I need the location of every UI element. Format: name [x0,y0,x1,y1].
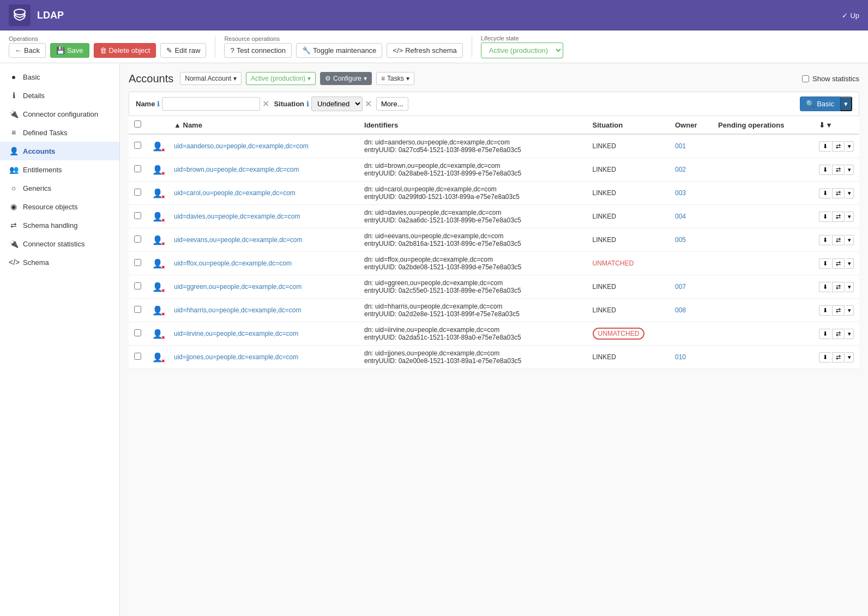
row-checkbox[interactable] [134,306,141,313]
transfer-button[interactable]: ⇄ [832,329,845,339]
active-production-dropdown[interactable]: Active (production) ▾ [246,72,316,85]
sidebar-item-defined-tasks[interactable]: ≡ Defined Tasks [0,123,119,142]
toggle-maintenance-button[interactable]: 🔧 Toggle maintenance [296,43,382,58]
account-name-link[interactable]: uid=hharris,ou=people,dc=example,dc=com [174,306,301,314]
name-clear-button[interactable]: ✕ [262,99,269,109]
sidebar-item-entitlements[interactable]: 👥 Entitlements [0,160,119,179]
transfer-button[interactable]: ⇄ [832,352,845,363]
name-search-input[interactable] [162,97,260,111]
row-owner-cell: 010 [670,346,713,369]
row-icon-cell: 👤 ✖ [147,252,168,275]
row-checkbox[interactable] [134,189,141,196]
account-name-link[interactable]: uid=jjones,ou=people,dc=example,dc=com [174,353,298,361]
owner-link[interactable]: 008 [675,306,686,314]
row-checkbox[interactable] [134,353,141,360]
download-button[interactable]: ⬇ [819,235,831,245]
delete-button[interactable]: 🗑 Delete object [94,43,156,58]
row-action-dropdown[interactable]: ▾ [846,282,854,292]
account-name-link[interactable]: uid=aanderso,ou=people,dc=example,dc=com [174,142,309,150]
sidebar-item-details[interactable]: ℹ Details [0,86,119,105]
download-button[interactable]: ⬇ [819,188,831,198]
transfer-button[interactable]: ⇄ [832,258,845,269]
show-statistics-checkbox[interactable] [802,75,809,82]
transfer-button[interactable]: ⇄ [832,305,845,316]
sidebar-item-schema[interactable]: </> Schema [0,253,119,271]
account-name-link[interactable]: uid=carol,ou=people,dc=example,dc=com [174,189,296,197]
sidebar-item-generics[interactable]: ○ Generics [0,179,119,197]
download-button[interactable]: ⬇ [819,212,831,222]
refresh-schema-button[interactable]: </> Refresh schema [387,43,462,58]
download-button[interactable]: ⬇ [819,165,831,175]
download-button[interactable]: ⬇ [819,352,831,363]
more-button[interactable]: More... [376,97,408,111]
tasks-dropdown[interactable]: ≡ Tasks ▾ [376,72,414,85]
row-icon-cell: 👤 ✖ [147,299,168,322]
person-status-icon: ✖ [161,335,165,340]
sidebar-item-schema-handling[interactable]: ⇄ Schema handling [0,216,119,234]
owner-link[interactable]: 004 [675,213,686,220]
owner-link[interactable]: 002 [675,166,686,173]
sidebar-item-connector-statistics[interactable]: 🔌 Connector statistics [0,234,119,253]
owner-link[interactable]: 001 [675,142,686,150]
sidebar-item-accounts[interactable]: 👤 Accounts [0,142,119,160]
row-action-dropdown[interactable]: ▾ [846,258,854,269]
row-checkbox[interactable] [134,282,141,289]
owner-link[interactable]: 010 [675,353,686,361]
row-action-dropdown[interactable]: ▾ [846,235,854,245]
row-checkbox[interactable] [134,329,141,336]
row-action-dropdown[interactable]: ▾ [846,188,854,198]
row-action-dropdown[interactable]: ▾ [846,352,854,363]
transfer-button[interactable]: ⇄ [832,282,845,292]
transfer-button[interactable]: ⇄ [832,235,845,245]
row-checkbox[interactable] [134,142,141,149]
row-action-dropdown[interactable]: ▾ [846,329,854,339]
test-connection-button[interactable]: ? Test connection [224,43,292,58]
row-checkbox[interactable] [134,235,141,243]
download-button[interactable]: ⬇ [819,141,831,152]
save-button[interactable]: 💾 Save [50,43,89,58]
transfer-button[interactable]: ⇄ [832,165,845,175]
account-name-link[interactable]: uid=eevans,ou=people,dc=example,dc=com [174,236,303,244]
sidebar-item-resource-objects[interactable]: ◉ Resource objects [0,197,119,216]
owner-link[interactable]: 003 [675,189,686,197]
normal-account-dropdown[interactable]: Normal Account ▾ [180,72,242,85]
configure-dropdown[interactable]: ⚙ Configure ▾ [320,72,372,85]
situation-clear-button[interactable]: ✕ [365,99,372,109]
row-checkbox-cell [129,228,147,252]
download-button[interactable]: ⬇ [819,258,831,269]
search-dropdown-button[interactable]: ▾ [840,96,852,111]
account-name-link[interactable]: uid=davies,ou=people,dc=example,dc=com [174,213,300,220]
owner-link[interactable]: 005 [675,236,686,244]
row-checkbox[interactable] [134,259,141,266]
row-pending-cell [713,228,813,252]
lifecycle-select[interactable]: Active (production) [481,43,563,58]
transfer-button[interactable]: ⇄ [832,212,845,222]
back-button[interactable]: ← Back [9,43,46,58]
row-action-dropdown[interactable]: ▾ [846,305,854,316]
download-button[interactable]: ⬇ [819,282,831,292]
up-link[interactable]: ✓ Up [842,11,859,20]
row-action-dropdown[interactable]: ▾ [846,141,854,152]
account-name-link[interactable]: uid=brown,ou=people,dc=example,dc=com [174,166,299,173]
download-button[interactable]: ⬇ [819,305,831,316]
download-button[interactable]: ⬇ [819,329,831,339]
row-checkbox[interactable] [134,212,141,219]
account-name-link[interactable]: uid=ggreen,ou=people,dc=example,dc=com [174,283,302,291]
select-all-checkbox[interactable] [134,120,141,128]
th-actions-dropdown[interactable]: ▾ [827,121,831,129]
row-action-dropdown[interactable]: ▾ [846,165,854,175]
search-button[interactable]: 🔍 Basic [800,96,840,111]
edit-raw-button[interactable]: ✎ Edit raw [160,43,206,58]
owner-link[interactable]: 007 [675,283,686,291]
transfer-button[interactable]: ⇄ [832,188,845,198]
show-statistics[interactable]: Show statistics [802,75,859,83]
sidebar-item-connector-configuration[interactable]: 🔌 Connector configuration [0,105,119,123]
th-name[interactable]: ▲ Name [168,116,359,134]
sidebar-item-basic[interactable]: ● Basic [0,68,119,86]
row-action-dropdown[interactable]: ▾ [846,212,854,222]
transfer-button[interactable]: ⇄ [832,141,845,152]
account-name-link[interactable]: uid=ffox,ou=people,dc=example,dc=com [174,259,292,267]
row-checkbox[interactable] [134,165,141,172]
account-name-link[interactable]: uid=iirvine,ou=people,dc=example,dc=com [174,330,298,337]
situation-select[interactable]: Undefined [311,96,363,111]
